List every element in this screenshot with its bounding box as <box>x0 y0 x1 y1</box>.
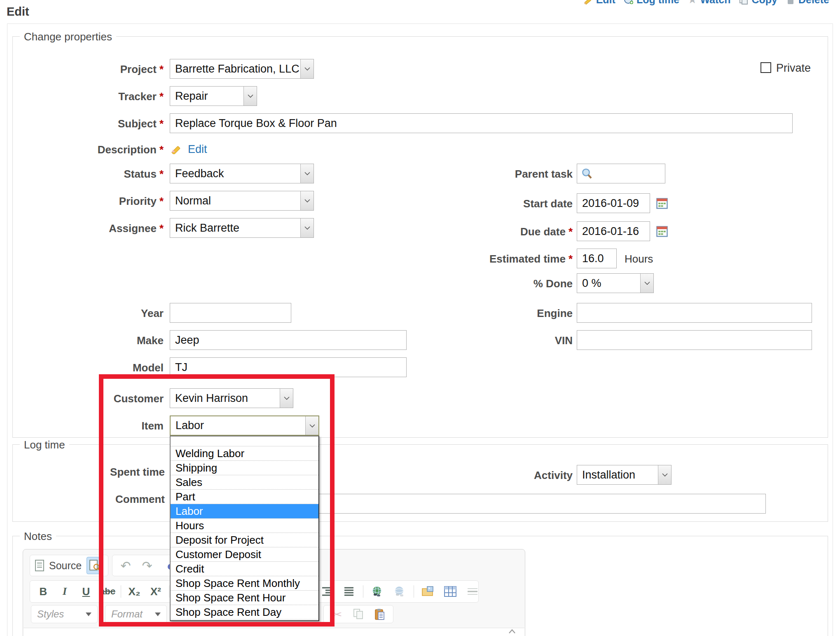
activity-select[interactable]: Installation <box>577 465 672 485</box>
paste-button[interactable] <box>372 607 388 622</box>
copy-icon <box>739 0 749 5</box>
customer-select-value: Kevin Harrison <box>170 392 280 405</box>
styles-dropdown[interactable]: Styles <box>31 605 98 623</box>
copy-button[interactable] <box>350 607 367 622</box>
chevron-down-icon[interactable] <box>300 164 314 183</box>
private-checkbox[interactable] <box>760 62 771 73</box>
styles-dropdown-label: Styles <box>37 608 64 620</box>
clock-add-icon <box>624 0 634 5</box>
estimated-time-input[interactable] <box>577 249 617 268</box>
page-title: Edit <box>7 5 29 19</box>
dropdown-option[interactable]: Customer Deposit <box>171 547 318 562</box>
scroll-up-icon[interactable] <box>508 628 517 636</box>
activity-select-value: Installation <box>577 469 658 481</box>
watch-action-label: Watch <box>700 0 730 6</box>
item-select[interactable]: Labor <box>170 415 319 436</box>
engine-input[interactable] <box>577 303 812 323</box>
chevron-down-icon[interactable] <box>300 218 314 237</box>
bold-icon: B <box>40 585 47 598</box>
dropdown-option[interactable]: Shop Space Rent Hour <box>171 591 318 605</box>
model-input[interactable] <box>170 357 407 377</box>
change-properties-fieldset <box>12 36 828 438</box>
underline-button[interactable]: U <box>78 583 94 600</box>
dropdown-option[interactable]: Hours <box>171 519 318 533</box>
copy-pages-icon <box>353 609 363 620</box>
paste-clipboard-icon <box>375 608 385 620</box>
done-ratio-select[interactable]: 0 % <box>577 273 654 293</box>
copy-action-label: Copy <box>751 0 777 6</box>
chevron-down-icon[interactable] <box>280 389 293 408</box>
chevron-down-icon[interactable] <box>243 87 257 106</box>
chevron-down-icon[interactable] <box>300 59 314 78</box>
chevron-down-icon[interactable] <box>300 191 314 210</box>
align-justify-button[interactable] <box>341 583 357 600</box>
dropdown-option-selected[interactable]: Labor <box>171 504 318 519</box>
issue-action-toolbar: Edit Log time ★ Watch Copy Delete <box>583 0 829 6</box>
dropdown-option[interactable]: Deposit for Project <box>171 533 318 547</box>
horizontal-rule-button[interactable] <box>464 583 481 600</box>
dropdown-option[interactable]: Welding Labor <box>171 446 318 461</box>
redo-button[interactable]: ↷ <box>139 557 155 574</box>
document-icon <box>35 560 44 571</box>
unlink-button[interactable] <box>391 583 408 600</box>
undo-icon: ↶ <box>120 559 131 573</box>
cut-button[interactable]: ✂ <box>329 607 345 622</box>
format-dropdown[interactable]: Format <box>105 605 167 623</box>
priority-select[interactable]: Normal <box>170 191 314 211</box>
bold-button[interactable]: B <box>35 583 51 600</box>
watch-action-link[interactable]: ★ Watch <box>688 0 730 6</box>
delete-action-link[interactable]: Delete <box>786 0 829 6</box>
dropdown-option[interactable] <box>171 437 318 446</box>
due-date-input[interactable] <box>577 221 650 241</box>
dropdown-option[interactable]: Shop Space Rent Day <box>171 605 318 620</box>
align-justify-icon <box>344 587 354 596</box>
source-button[interactable]: Source <box>49 560 82 572</box>
notes-editor-content[interactable] <box>23 628 524 636</box>
start-date-input[interactable] <box>577 193 650 213</box>
dropdown-option[interactable]: Sales <box>171 475 318 490</box>
superscript-button[interactable]: X² <box>147 583 164 600</box>
indent-icon <box>321 587 332 596</box>
strikethrough-button[interactable]: abc <box>99 583 116 600</box>
make-input[interactable] <box>170 330 407 350</box>
status-select-value: Feedback <box>170 167 300 180</box>
tracker-select[interactable]: Repair <box>170 86 257 106</box>
project-select[interactable]: Barrette Fabrication, LLC <box>170 59 314 79</box>
edit-action-label: Edit <box>596 0 615 6</box>
preview-button[interactable] <box>87 557 103 574</box>
link-globe-icon <box>371 586 384 597</box>
subscript-button[interactable]: X₂ <box>126 583 143 600</box>
italic-button[interactable]: I <box>56 583 73 600</box>
vin-input[interactable] <box>577 330 812 350</box>
log-time-action-link[interactable]: Log time <box>624 0 679 6</box>
indent-button[interactable] <box>318 583 335 600</box>
dropdown-option[interactable]: Credit <box>171 562 318 576</box>
dropdown-option[interactable]: Part <box>171 490 318 504</box>
notes-legend: Notes <box>20 530 56 543</box>
chevron-down-icon[interactable] <box>305 416 318 435</box>
subject-input[interactable] <box>170 113 793 133</box>
customer-select[interactable]: Kevin Harrison <box>170 388 293 408</box>
year-input[interactable] <box>170 303 291 323</box>
edit-action-link[interactable]: Edit <box>583 0 615 6</box>
dropdown-option[interactable]: Shop Space Rent Monthly <box>171 576 318 591</box>
editor-insert-cluster <box>318 583 481 600</box>
table-button[interactable] <box>442 583 459 600</box>
done-ratio-select-value: 0 % <box>577 277 640 290</box>
image-button[interactable] <box>420 583 436 600</box>
status-select[interactable]: Feedback <box>170 164 314 183</box>
issue-edit-page: Edit Log time ★ Watch Copy Delete Edit C… <box>0 0 840 636</box>
search-icon <box>581 168 593 180</box>
strikethrough-icon: abc <box>100 586 115 597</box>
item-select-value: Labor <box>171 419 305 432</box>
link-button[interactable] <box>369 583 386 600</box>
copy-action-link[interactable]: Copy <box>739 0 777 6</box>
italic-icon: I <box>63 585 67 598</box>
editor-clipboard-group: ✂ <box>323 605 393 623</box>
undo-button[interactable]: ↶ <box>117 557 134 574</box>
dropdown-option[interactable]: Shipping <box>171 461 318 475</box>
superscript-icon: X² <box>150 585 161 598</box>
chevron-down-icon[interactable] <box>658 465 671 484</box>
chevron-down-icon[interactable] <box>640 274 653 293</box>
assignee-select[interactable]: Rick Barrette <box>170 218 314 238</box>
